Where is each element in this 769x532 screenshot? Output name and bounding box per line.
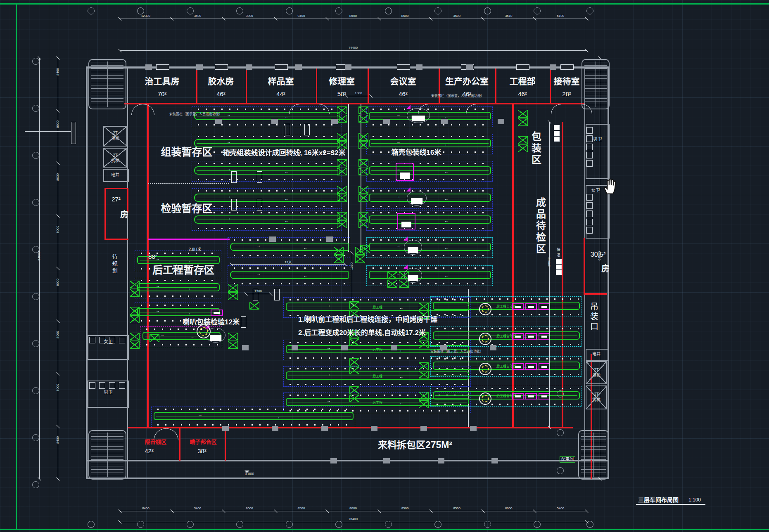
grid-bubble — [32, 340, 39, 347]
grid-bubble — [557, 429, 564, 436]
dimension-value: 3510 — [483, 14, 535, 18]
dimension-value: 1350 — [350, 254, 354, 279]
dimension-value: 8000 — [56, 165, 59, 189]
structural-column — [383, 458, 390, 463]
pallet-stack — [228, 284, 238, 300]
window-symbol — [275, 64, 288, 70]
machine — [539, 393, 550, 400]
room-area: 44² — [276, 91, 285, 97]
conveyor-label: 后工程 — [373, 400, 382, 404]
grid-bubble — [335, 7, 342, 14]
toilet-stall — [119, 337, 125, 343]
room-30-5-char: 房 — [601, 265, 610, 273]
hand-cursor[interactable] — [600, 175, 621, 196]
wall-segment — [86, 478, 609, 479]
dimension-line — [120, 50, 586, 51]
conveyor-line: →← — [369, 194, 491, 202]
grid-bubble — [88, 521, 95, 528]
dimension-value: 8000 — [56, 270, 59, 295]
line-title-shell-packing: 箱壳包装线16米 — [392, 149, 441, 156]
conveyor-group: →←后工程自动线 — [430, 296, 581, 317]
rotary-machine — [479, 333, 491, 345]
pallet-stack — [358, 106, 368, 123]
conveyor-line: →← — [369, 243, 491, 251]
room-area: 46² — [399, 91, 408, 97]
pallet-stack — [249, 302, 259, 310]
grid-bubble — [286, 7, 293, 14]
door-swing-arc — [131, 104, 142, 115]
door-swing-arc — [289, 104, 299, 114]
pallet-stack — [337, 159, 347, 175]
dimension-value: 9400 — [275, 14, 328, 18]
dimension-value: 8000 — [223, 506, 275, 510]
zone-hoisting: 吊装口 — [589, 302, 598, 332]
grid-bubble — [32, 481, 39, 488]
toilet-stall — [586, 219, 593, 225]
structural-column — [145, 64, 152, 70]
shaft-elec-right: 电井 — [592, 352, 600, 357]
grid-bubble — [32, 105, 39, 112]
room-partition-wall — [550, 69, 551, 103]
wall-segment — [584, 238, 585, 294]
grid-bubble — [137, 7, 144, 14]
machine — [512, 333, 524, 340]
toilet-stall — [89, 337, 95, 343]
lift-right-1b: 货梯 — [592, 374, 600, 378]
conveyor-lane — [140, 312, 217, 312]
titleblock-title: 三层车间布局图 — [638, 497, 679, 503]
room-label: 会议室 — [390, 77, 416, 86]
pallet-stack — [349, 358, 359, 374]
pallet-stack — [358, 212, 368, 228]
structural-column — [222, 426, 229, 431]
machine — [525, 363, 537, 370]
equipment-box — [304, 124, 310, 135]
worker-row — [369, 135, 490, 138]
cad-canvas[interactable]: 治工具房70²胶水房46²样品室44²修理室50²会议室46²生产办公室46²工… — [0, 0, 769, 532]
room-label: 样品室 — [268, 77, 294, 86]
worker-row — [138, 295, 218, 298]
structural-column — [295, 64, 302, 70]
worker-row — [433, 373, 579, 376]
structural-column — [491, 458, 498, 463]
conveyor-group: →← — [228, 265, 350, 286]
wall-segment — [0, 3, 769, 5]
dimension-value: 8000 — [56, 322, 59, 347]
worker-row — [433, 387, 579, 390]
worker-row — [138, 304, 218, 307]
machine — [525, 303, 537, 310]
dimension-line — [120, 511, 586, 511]
conveyor-line: →← — [194, 215, 340, 224]
area-88: 88² — [148, 253, 157, 260]
structural-column — [438, 458, 444, 463]
dimension-value: 5400 — [534, 506, 586, 510]
staircase — [581, 59, 610, 109]
room-label: 接待室 — [554, 77, 580, 86]
conveyor-group: →← — [366, 161, 493, 182]
dimension-value: 5100 — [534, 14, 586, 18]
rotary-machine — [197, 324, 211, 338]
pallet-stack — [387, 272, 397, 288]
pallet-stack — [419, 362, 429, 378]
toilet-stall — [89, 382, 95, 389]
conveyor-lane — [371, 247, 489, 247]
room-partition-wall — [196, 69, 197, 103]
door-swing-arc — [418, 104, 428, 114]
dimension-value: 3900 — [223, 14, 275, 18]
worker-row — [369, 205, 490, 208]
grid-bubble — [88, 7, 95, 14]
worker-row — [195, 205, 339, 208]
toilet-stall — [586, 227, 593, 234]
conveyor-lane — [371, 116, 489, 116]
machine — [211, 310, 223, 316]
worker-row — [138, 279, 218, 282]
structural-column — [490, 345, 496, 350]
lift-left-1a: 2T — [113, 131, 118, 136]
dimension-value: 1300 — [346, 91, 371, 95]
arrow-left-icon: ← — [285, 115, 289, 119]
line-title-shell-assembly: 箱壳组装线设计成回转线, 16米x2=32米 — [223, 149, 345, 157]
machine — [397, 213, 415, 229]
area-38: 38² — [197, 448, 206, 454]
worker-row — [369, 178, 490, 181]
arrow-right-icon: → — [227, 216, 231, 220]
arrow-right-icon: → — [227, 140, 231, 144]
